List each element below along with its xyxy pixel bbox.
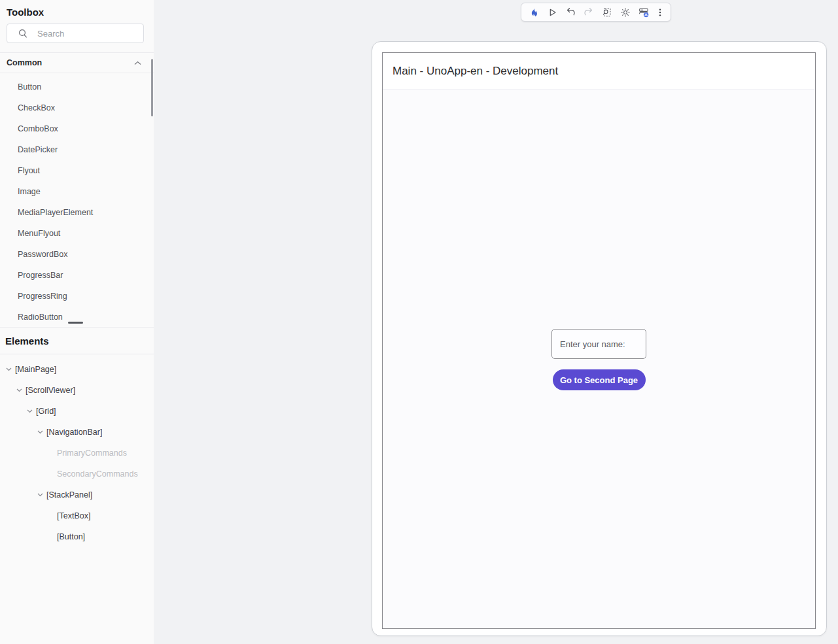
divider <box>0 354 154 354</box>
chevron-up-icon[interactable] <box>133 60 142 66</box>
more-options-button[interactable] <box>653 4 667 20</box>
toolbox-item-checkbox[interactable]: CheckBox <box>0 97 154 118</box>
elements-title: Elements <box>5 335 49 347</box>
play-button[interactable] <box>543 4 561 20</box>
designer-toolbar <box>521 3 671 22</box>
elements-tree: [MainPage] [ScrollViewer] [Grid] [Naviga… <box>0 359 154 547</box>
chevron-down-icon[interactable] <box>37 430 46 435</box>
redo-button[interactable] <box>580 4 598 20</box>
toolbox-list: Button CheckBox ComboBox DatePicker Flyo… <box>0 76 154 328</box>
search-icon <box>18 28 28 39</box>
toolbox-item-mediaplayerelement[interactable]: MediaPlayerElement <box>0 202 154 223</box>
inspect-magnifier-icon <box>601 7 613 18</box>
undo-button[interactable] <box>561 4 580 20</box>
theme-toggle-button[interactable] <box>616 4 635 20</box>
toolbox-item-datepicker[interactable]: DatePicker <box>0 139 154 160</box>
status-badge-icon <box>638 7 650 18</box>
search-input[interactable] <box>37 29 129 39</box>
toolbox-item-radiobutton[interactable]: RadioButton <box>0 307 154 328</box>
app-content: Go to Second Page <box>383 90 815 629</box>
device-frame: Main - UnoApp-en - Development Go to Sec… <box>372 41 827 636</box>
tree-item-stackpanel[interactable]: [StackPanel] <box>0 484 154 505</box>
toolbox-item-progressbar[interactable]: ProgressBar <box>0 265 154 286</box>
sidebar: Toolbox Common Button CheckBox ComboBox … <box>0 0 154 644</box>
toolbox-vertical-scrollbar[interactable] <box>151 59 153 116</box>
app-navigation-bar: Main - UnoApp-en - Development <box>383 53 815 90</box>
toolbox-section-common[interactable]: Common <box>0 52 154 73</box>
chevron-down-icon[interactable] <box>26 409 36 414</box>
toolbox-item-menuflyout[interactable]: MenuFlyout <box>0 223 154 244</box>
chevron-down-icon[interactable] <box>16 388 26 393</box>
app-page-title: Main - UnoApp-en - Development <box>393 65 558 78</box>
pick-element-button[interactable] <box>598 4 616 20</box>
tree-item-grid[interactable]: [Grid] <box>0 401 154 422</box>
chevron-down-icon[interactable] <box>37 492 46 498</box>
undo-icon <box>565 7 576 18</box>
toolbox-search[interactable] <box>7 24 144 43</box>
divider <box>0 327 154 328</box>
tree-item-navigationbar[interactable]: [NavigationBar] <box>0 422 154 443</box>
tree-item-scrollviewer[interactable]: [ScrollViewer] <box>0 380 154 401</box>
tree-item-mainpage[interactable]: [MainPage] <box>0 359 154 380</box>
redo-icon <box>583 7 595 18</box>
feature-status-button[interactable] <box>635 4 653 20</box>
toolbox-item-button[interactable]: Button <box>0 76 154 97</box>
app-window: Main - UnoApp-en - Development Go to Sec… <box>382 52 816 629</box>
toolbox-item-image[interactable]: Image <box>0 181 154 202</box>
section-label: Common <box>7 58 42 67</box>
toolbox-item-combobox[interactable]: ComboBox <box>0 118 154 139</box>
toolbox-item-progressring[interactable]: ProgressRing <box>0 286 154 307</box>
toolbox-title: Toolbox <box>7 7 44 18</box>
chevron-down-icon[interactable] <box>5 367 15 372</box>
go-to-second-page-button[interactable]: Go to Second Page <box>553 369 646 390</box>
toolbox-horizontal-scrollbar[interactable] <box>68 322 83 324</box>
flame-icon <box>528 7 540 18</box>
kebab-menu-icon <box>654 7 666 18</box>
tree-item-secondarycommands[interactable]: SecondaryCommands <box>0 464 154 484</box>
tree-item-textbox[interactable]: [TextBox] <box>0 505 154 526</box>
name-textbox[interactable] <box>551 329 646 359</box>
play-icon <box>546 7 558 18</box>
toolbox-item-flyout[interactable]: Flyout <box>0 160 154 181</box>
hot-design-flame-button[interactable] <box>525 4 543 20</box>
sun-icon <box>620 7 631 18</box>
tree-item-button[interactable]: [Button] <box>0 526 154 547</box>
toolbox-item-passwordbox[interactable]: PasswordBox <box>0 244 154 265</box>
tree-item-primarycommands[interactable]: PrimaryCommands <box>0 443 154 464</box>
